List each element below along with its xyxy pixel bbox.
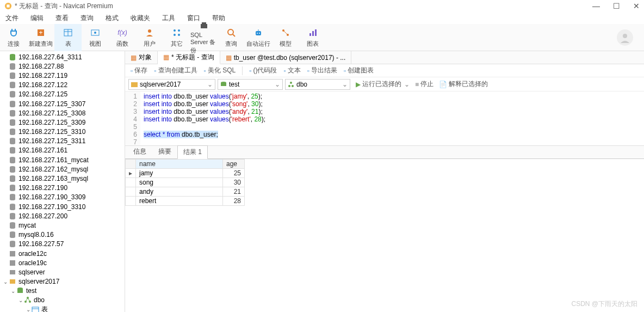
tree-node[interactable]: 192.168.227.161_mycat xyxy=(0,155,125,164)
tree-node[interactable]: 192.168.227.125 xyxy=(0,90,125,99)
toolbar-chart-button[interactable]: 图表 xyxy=(299,24,326,51)
table-row[interactable]: andy21 xyxy=(126,187,245,197)
tree-node[interactable]: 192.168.227.162_mysql xyxy=(0,164,125,174)
tab[interactable]: ▦对象 xyxy=(125,51,158,64)
tree-node[interactable]: ⌄dbo xyxy=(0,296,125,305)
tree-label: 192.168.227.88 xyxy=(18,63,64,70)
user-avatar-icon[interactable] xyxy=(617,29,633,46)
tree-node[interactable]: 192.168.227.125_3307 xyxy=(0,99,125,108)
qbar-snippet-button[interactable]: ▫()代码段 xyxy=(249,66,277,75)
svg-rect-116 xyxy=(131,82,138,87)
result-tab[interactable]: 信息 xyxy=(127,145,152,158)
tree-node[interactable]: 192.168.227.200 xyxy=(0,211,125,221)
close-button[interactable]: ✕ xyxy=(633,2,640,10)
qbar-export-button[interactable]: ▫导出结果 xyxy=(307,66,337,75)
svg-rect-27 xyxy=(315,29,317,36)
sql-editor[interactable]: 1234567 insert into dbo.tb_user values('… xyxy=(125,91,644,146)
tree-node[interactable]: 192.168.227.125_3311 xyxy=(0,137,125,146)
toolbar-backup-button[interactable]: SQL Server 备份 xyxy=(190,24,218,51)
svg-text:+: + xyxy=(39,29,42,36)
tree-node[interactable]: 192.168.227.64_3311 xyxy=(0,52,125,62)
tree-node[interactable]: oracle19c xyxy=(0,258,125,267)
menu-编辑[interactable]: 编辑 xyxy=(30,14,44,23)
qbar-save-button[interactable]: ▫保存 xyxy=(131,66,147,75)
result-grid[interactable]: nameage▸jamy25song30andy21rebert28 xyxy=(125,159,644,206)
tree-node[interactable]: 192.168.227.119 xyxy=(0,71,125,80)
toolbar-misc-button[interactable]: 其它 xyxy=(163,24,190,51)
tab[interactable]: ▦tb_user @test.dbo (sqlserver2017) - ... xyxy=(220,51,352,64)
toolbar-table-button[interactable]: 表 xyxy=(54,24,82,51)
run-selected-button[interactable]: ▶运行已选择的⌄ xyxy=(356,79,410,89)
table-icon: ▦ xyxy=(226,54,232,62)
tree-node[interactable]: 192.168.227.163_mysql xyxy=(0,174,125,183)
db-icon xyxy=(9,63,16,70)
database-combo[interactable]: test⌄ xyxy=(218,79,283,90)
qbar-text-button[interactable]: ▫文本 xyxy=(283,66,300,75)
tree-node[interactable]: 192.168.227.122 xyxy=(0,81,125,90)
tree-node[interactable]: oracle12c xyxy=(0,249,125,258)
svg-point-20 xyxy=(259,33,260,34)
tree-node[interactable]: ⌄sqlserver2017 xyxy=(0,277,125,286)
toolbar-plug-button[interactable]: 连接 xyxy=(0,24,27,51)
table-row[interactable]: song30 xyxy=(126,178,245,187)
tree-node[interactable]: 192.168.227.125_3309 xyxy=(0,118,125,127)
toolbar-query-button[interactable]: 查询 xyxy=(218,24,245,51)
tree-node[interactable]: 192.168.227.125_3310 xyxy=(0,127,125,137)
table-row[interactable]: rebert28 xyxy=(126,197,245,206)
tree-node[interactable]: mysql8.0.16 xyxy=(0,230,125,240)
svg-line-24 xyxy=(283,30,288,35)
column-header[interactable]: age xyxy=(223,160,245,169)
svg-point-31 xyxy=(10,58,15,60)
tree-node[interactable]: 192.168.227.190_3310 xyxy=(0,202,125,211)
tree-node[interactable]: 192.168.227.190 xyxy=(0,183,125,193)
tree-node[interactable]: 192.168.227.88 xyxy=(0,62,125,71)
result-tab[interactable]: 摘要 xyxy=(152,145,177,158)
qbar-chart-button[interactable]: ▫创建图表 xyxy=(344,66,374,75)
schema-combo[interactable]: dbo⌄ xyxy=(285,79,350,90)
menu-工具[interactable]: 工具 xyxy=(162,14,175,23)
toolbar-robot-button[interactable]: 自动运行 xyxy=(245,24,272,51)
minimize-button[interactable]: — xyxy=(592,2,600,10)
menu-帮助[interactable]: 帮助 xyxy=(212,14,225,23)
user-icon xyxy=(144,27,156,39)
stop-button[interactable]: ■停止 xyxy=(415,79,434,89)
maximize-button[interactable]: ☐ xyxy=(613,2,620,10)
db-icon xyxy=(9,81,16,89)
toolbar-user-button[interactable]: 用户 xyxy=(136,24,163,51)
toolbar-model-button[interactable]: 模型 xyxy=(272,24,299,51)
menu-文件[interactable]: 文件 xyxy=(5,14,18,23)
toolbar-newq-button[interactable]: +新建查询 xyxy=(27,24,54,51)
tree-label: 192.168.227.190_3309 xyxy=(18,193,85,201)
menu-收藏夹[interactable]: 收藏夹 xyxy=(131,14,150,23)
tree-node[interactable]: 192.168.227.190_3309 xyxy=(0,193,125,202)
obj-icon: ▦ xyxy=(131,54,137,62)
tree-node[interactable]: 192.168.227.161 xyxy=(0,146,125,155)
tree-node[interactable]: 192.168.227.57 xyxy=(0,240,125,249)
connection-tree[interactable]: 192.168.227.64_3311192.168.227.88192.168… xyxy=(0,51,125,312)
tree-label: 192.168.227.162_mysql xyxy=(18,166,88,173)
tree-node[interactable]: ⌄表 xyxy=(0,305,125,312)
table-row[interactable]: ▸jamy25 xyxy=(126,169,245,178)
svg-point-70 xyxy=(10,180,15,182)
menu-查询[interactable]: 查询 xyxy=(81,14,94,23)
tree-node[interactable]: sqlserver xyxy=(0,267,125,277)
watermark: CSDN @下雨天的太阳 xyxy=(571,299,637,309)
tree-node[interactable]: ⌄test xyxy=(0,286,125,296)
menu-格式[interactable]: 格式 xyxy=(106,14,119,23)
qbar-tool-button[interactable]: ▫查询创建工具 xyxy=(154,66,197,75)
explain-button[interactable]: 📄解释已选择的 xyxy=(439,79,488,89)
tree-node[interactable]: 192.168.227.125_3308 xyxy=(0,108,125,118)
code-area[interactable]: insert into dbo.tb_user values('jamy', 2… xyxy=(140,91,644,145)
menu-查看[interactable]: 查看 xyxy=(55,14,69,23)
db-icon xyxy=(9,53,16,61)
tree-label: 192.168.227.119 xyxy=(18,72,67,79)
column-header[interactable]: name xyxy=(136,160,223,169)
tree-node[interactable]: mycat xyxy=(0,221,125,230)
svg-point-37 xyxy=(10,77,15,79)
toolbar-view-button[interactable]: 视图 xyxy=(82,24,109,51)
connection-combo[interactable]: sqlserver2017⌄ xyxy=(128,79,215,90)
result-tab[interactable]: 结果 1 xyxy=(177,145,208,159)
toolbar-fx-button[interactable]: f(x)函数 xyxy=(109,24,136,51)
qbar-beautify-button[interactable]: ▫美化 SQL xyxy=(204,66,236,75)
tree-label: dbo xyxy=(34,296,45,304)
